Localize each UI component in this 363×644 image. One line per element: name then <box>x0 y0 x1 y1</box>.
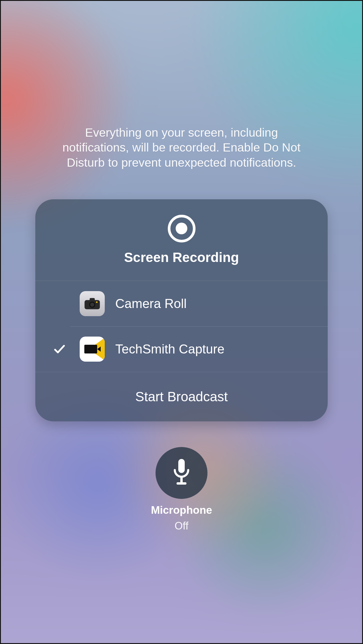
microphone-toggle-button[interactable] <box>156 447 207 499</box>
card-title: Screen Recording <box>124 249 239 265</box>
svg-rect-7 <box>177 482 186 485</box>
camera-icon <box>80 291 105 316</box>
option-label: Camera Roll <box>115 296 187 311</box>
row-separator <box>70 326 328 327</box>
recording-notice-text: Everything on your screen, including not… <box>53 125 310 170</box>
broadcast-option-camera-roll[interactable]: Camera Roll <box>35 281 328 326</box>
microphone-title: Microphone <box>151 504 212 516</box>
checkmark-icon <box>52 342 67 356</box>
svg-rect-5 <box>178 459 185 473</box>
svg-rect-1 <box>90 298 95 301</box>
option-label: TechSmith Capture <box>115 342 224 356</box>
svg-point-4 <box>96 301 97 303</box>
screen-recording-prompt: Everything on your screen, including not… <box>0 0 363 644</box>
broadcast-option-techsmith-capture[interactable]: TechSmith Capture <box>35 326 328 372</box>
screen-recording-card: Screen Recording Camera Roll <box>35 199 328 421</box>
microphone-state: Off <box>174 520 188 532</box>
microphone-section: Microphone Off <box>151 447 212 532</box>
action-label: Start Broadcast <box>135 389 228 404</box>
record-icon <box>168 215 196 242</box>
svg-point-3 <box>90 302 94 307</box>
techsmith-icon <box>80 337 105 362</box>
start-broadcast-button[interactable]: Start Broadcast <box>35 372 328 421</box>
svg-rect-6 <box>180 477 183 483</box>
microphone-icon <box>171 458 192 488</box>
card-header: Screen Recording <box>35 199 328 281</box>
